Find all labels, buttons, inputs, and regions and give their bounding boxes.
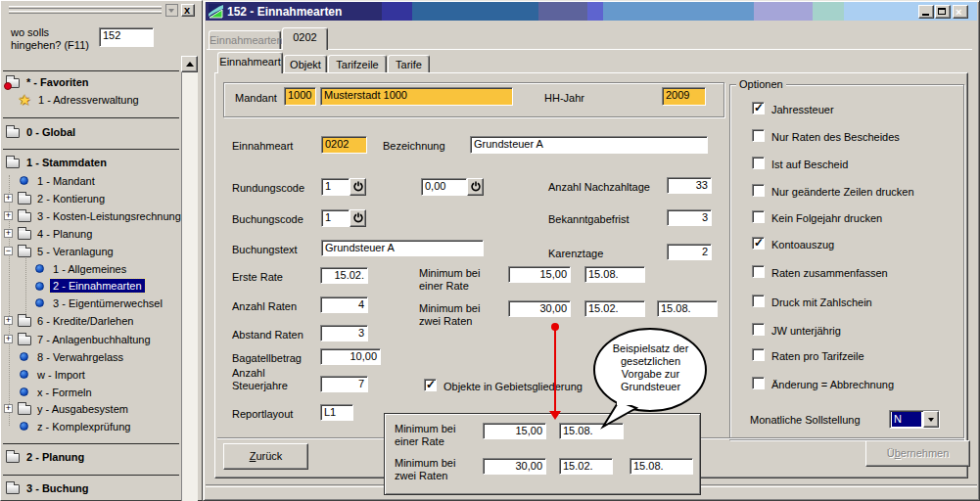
tab-0202[interactable]: 0202 — [282, 27, 328, 50]
min-eine-datum1-field[interactable]: 15.08. — [584, 266, 645, 283]
checkbox-jahressteuer[interactable] — [752, 102, 765, 114]
sidebar-item-stammdaten[interactable]: 1 - Stammdaten — [1, 155, 177, 170]
checkbox-kontoauszug[interactable] — [752, 237, 765, 250]
power-dropdown-icon — [353, 212, 363, 223]
sidebar-item-mandant[interactable]: 1 - Mandant — [1, 173, 177, 189]
close-icon: × — [956, 6, 961, 18]
anzahl-steuerjahre-field[interactable]: 7 — [320, 376, 368, 392]
anzahl-nachzahltage-field[interactable]: 33 — [667, 177, 712, 194]
tab-einnahmearten-list[interactable]: Einnahmearten — [209, 30, 281, 50]
sollstellung-combobox[interactable]: N — [889, 410, 940, 429]
rundungswert-field[interactable]: 0,00 — [421, 178, 467, 196]
buchungscode-lookup-button[interactable] — [350, 209, 366, 227]
bekanntgabefrist-field[interactable]: 3 — [667, 209, 712, 226]
tab-tarifzeile[interactable]: Tarifzeile — [328, 55, 387, 73]
mandant-name-field[interactable]: Musterstadt 1000 — [320, 87, 513, 106]
erste-rate-field[interactable]: 15.02. — [320, 267, 368, 284]
sidebar-item-favoriten[interactable]: * - Favoriten — [1, 74, 177, 90]
divider — [3, 443, 179, 444]
expand-plus-icon[interactable] — [4, 316, 13, 325]
sidebar-item-adressverwaltung[interactable]: ★ 1 - Adressverwaltung — [1, 92, 177, 108]
sidebar-item-global[interactable]: 0 - Global — [1, 124, 177, 140]
sidebar-item-anlagenbuchhaltung[interactable]: 7 - Anlagenbuchhaltung — [1, 332, 177, 347]
reportlayout-field[interactable]: L1 — [320, 404, 353, 421]
min-zwei-betrag-field[interactable]: 30,00 — [508, 300, 571, 317]
hh-jahr-field[interactable]: 2009 — [662, 87, 706, 106]
red-pointer-line — [554, 330, 556, 412]
blue-dot-icon — [20, 176, 28, 185]
mandant-code-field[interactable]: 1000 — [284, 87, 316, 106]
rundungswert-lookup-button[interactable] — [467, 178, 484, 196]
blue-dot-icon — [35, 298, 44, 307]
expand-minus-icon[interactable] — [4, 247, 13, 255]
sidebar-item-ausgabesystem[interactable]: y - Ausgabesystem — [1, 401, 177, 417]
checkbox-raten-pro-tarifzeile[interactable] — [752, 348, 765, 361]
sidebar-menu-button[interactable] — [165, 4, 178, 17]
buchungstext-field[interactable]: Grundsteuer A — [321, 240, 484, 256]
sollstellung-dropdown-button[interactable] — [923, 411, 939, 428]
sidebar-item-veranlagung[interactable]: 5 - Veranlagung — [1, 244, 177, 259]
expand-plus-icon[interactable] — [4, 335, 13, 343]
rundungscode-lookup-button[interactable] — [350, 178, 366, 196]
close-button[interactable]: × — [953, 5, 968, 19]
bezeichnung-field[interactable]: Grundsteuer A — [470, 136, 708, 154]
min-zwei-datum2-field[interactable]: 15.08. — [657, 300, 718, 317]
expand-plus-icon[interactable] — [4, 229, 13, 238]
sidebar-item-buchung[interactable]: 3 - Buchung — [1, 480, 177, 496]
sidebar-grip-handle[interactable] — [9, 11, 162, 14]
expand-plus-icon[interactable] — [4, 194, 13, 203]
anzahl-raten-field[interactable]: 4 — [320, 296, 368, 313]
tab-tarife[interactable]: Tarife — [388, 55, 430, 73]
expand-plus-icon[interactable] — [4, 404, 13, 413]
bagatellbetrag-field[interactable]: 10,00 — [320, 348, 381, 365]
zurueck-button[interactable]: Zurück — [223, 443, 308, 470]
sidebar-item-planung[interactable]: 2 - Planung — [1, 449, 177, 465]
sidebar-item-allgemeines[interactable]: 1 - Allgemeines — [1, 261, 177, 277]
window-titlebar[interactable]: 152 - Einnahmearten × — [206, 2, 977, 21]
checkbox-ist-auf-bescheid[interactable] — [752, 157, 765, 169]
objekte-checkbox[interactable] — [424, 379, 437, 391]
sidebar-item-einnahmearten[interactable]: 2 - Einnahmearten — [1, 279, 177, 295]
tabstrip-level1: Einnahmearten 0202 — [203, 26, 976, 50]
overlay-min-zwei-betrag: 30,00 — [483, 458, 546, 475]
folder-icon — [18, 230, 31, 240]
sidebar-item-kredite-darlehen[interactable]: 6 - Kredite/Darlehen — [1, 313, 177, 329]
checkbox-jw-unterjaehrig[interactable] — [752, 323, 765, 336]
checkbox-raten-zusammenfassen[interactable] — [752, 265, 765, 278]
close-icon: x — [184, 4, 190, 16]
anzahl-raten-label: Anzahl Raten — [232, 300, 297, 313]
sidebar-item-import[interactable]: w - Import — [1, 367, 177, 383]
karenztage-field[interactable]: 2 — [667, 244, 712, 260]
scroll-up-button[interactable] — [181, 56, 198, 72]
sidebar-item-formeln[interactable]: x - Formeln — [1, 385, 177, 400]
checkbox-aenderung-abbrechnung[interactable] — [752, 377, 765, 389]
buchungscode-field[interactable]: 1 — [321, 209, 350, 227]
tab-objekt[interactable]: Objekt — [284, 55, 327, 73]
maximize-button[interactable] — [935, 5, 951, 19]
sidebar-scrollbar[interactable] — [181, 56, 198, 501]
checkbox-nur-raten-des-bescheides[interactable] — [752, 129, 765, 142]
nav-code-input[interactable]: 152 — [99, 27, 154, 47]
tab-einnahmeart[interactable]: Einnahmeart — [217, 52, 283, 73]
sidebar-close-button[interactable]: x — [181, 4, 195, 17]
sidebar-grip-handle[interactable] — [9, 6, 162, 9]
expand-plus-icon[interactable] — [4, 211, 13, 220]
min-zwei-datum1-field[interactable]: 15.02. — [584, 300, 645, 317]
abstand-raten-field[interactable]: 3 — [320, 325, 368, 342]
sidebar-item-kosten-leistungsrechnung[interactable]: 3 - Kosten-Leistungsrechnung — [1, 208, 177, 224]
sidebar-item-verwahrgelass[interactable]: 8 - Verwahrgelass — [1, 349, 177, 365]
sidebar-item-planung-stamm[interactable]: 4 - Planung — [1, 226, 177, 242]
min-eine-betrag-field[interactable]: 15,00 — [508, 266, 571, 283]
blue-dot-icon — [20, 422, 28, 431]
checkbox-nur-geaenderte-zeilen[interactable] — [752, 184, 765, 197]
uebernehmen-button[interactable]: Übernehmen — [865, 440, 970, 467]
sidebar-item-kontierung[interactable]: 2 - Kontierung — [1, 191, 177, 206]
checkbox-kein-folgejahr[interactable] — [752, 210, 765, 223]
einnahmeart-field[interactable]: 0202 — [321, 136, 367, 154]
checkbox-druck-mit-zahlschein[interactable] — [752, 295, 765, 307]
sidebar-item-komplexpruefung[interactable]: z - Komplexprüfung — [1, 419, 177, 434]
minimize-button[interactable] — [918, 5, 934, 19]
checkbox-label: JW unterjährig — [771, 325, 841, 338]
rundungscode-field[interactable]: 1 — [321, 178, 350, 196]
sidebar-item-eigentuemerwechsel[interactable]: 3 - Eigentümerwechsel — [1, 296, 177, 311]
